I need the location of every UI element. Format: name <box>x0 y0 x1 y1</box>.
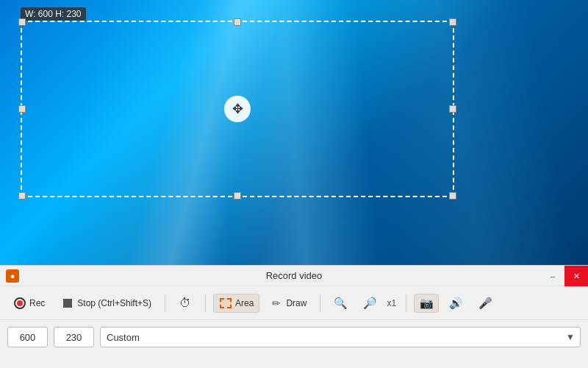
area-icon <box>219 297 232 310</box>
stop-label: Stop (Ctrl+Shift+S) <box>77 298 151 308</box>
rec-label: Rec <box>29 298 45 308</box>
window-title: Record video <box>266 270 323 281</box>
bottom-row: Custom Full Screen 1920x1080 1280x720 64… <box>0 320 588 354</box>
draw-icon: ✏ <box>270 297 283 310</box>
clock-icon: ⏱ <box>179 297 192 310</box>
zoom-in-icon: 🔍 <box>334 297 347 310</box>
dimension-label: W: 600 H: 230 <box>21 7 86 21</box>
preset-select-wrapper: Custom Full Screen 1920x1080 1280x720 64… <box>100 327 581 347</box>
draw-label: Draw <box>286 298 306 308</box>
rec-circle-icon <box>14 297 26 309</box>
minimize-button[interactable]: – <box>541 266 564 286</box>
bg-beam-right <box>344 0 574 265</box>
divider-3 <box>320 294 320 312</box>
preset-select[interactable]: Custom Full Screen 1920x1080 1280x720 64… <box>100 327 581 347</box>
timer-button[interactable]: ⏱ <box>173 294 198 313</box>
divider-2 <box>205 294 206 312</box>
area-rect-icon <box>220 298 232 308</box>
handle-bottom-left[interactable] <box>18 192 26 199</box>
camera-icon: 📷 <box>420 297 433 310</box>
zoom-out-icon: 🔎 <box>363 297 376 310</box>
rec-icon <box>13 297 26 310</box>
window-controls: – ✕ <box>541 266 588 286</box>
stop-button[interactable]: Stop (Ctrl+Shift+S) <box>55 294 157 313</box>
close-button[interactable]: ✕ <box>564 266 588 286</box>
title-bar: ● Record video – ✕ <box>0 266 588 286</box>
speaker-icon: 🔊 <box>449 297 462 310</box>
zoom-level-label: x1 <box>387 298 398 308</box>
stop-icon <box>61 297 74 310</box>
divider-4 <box>406 294 406 312</box>
zoom-in-button[interactable]: 🔍 <box>328 294 353 313</box>
rec-button[interactable]: Rec <box>7 294 51 313</box>
camera-button[interactable]: 📷 <box>414 294 439 313</box>
speaker-button[interactable]: 🔊 <box>443 294 468 313</box>
microphone-icon: 🎤 <box>478 297 492 310</box>
desktop-area: W: 600 H: 230 ✥ <box>0 0 588 265</box>
height-input[interactable] <box>54 327 94 347</box>
microphone-button[interactable]: 🎤 <box>473 294 498 313</box>
handle-middle-left[interactable] <box>18 105 26 113</box>
divider-1 <box>165 294 165 312</box>
stop-square-icon <box>63 299 72 308</box>
width-input[interactable] <box>7 327 48 347</box>
app-icon: ● <box>6 269 19 283</box>
area-button[interactable]: Area <box>213 294 259 313</box>
controls-row: Rec Stop (Ctrl+Shift+S) ⏱ Area ✏ <box>0 286 588 320</box>
area-label: Area <box>235 298 254 308</box>
zoom-out-button[interactable]: 🔎 <box>357 294 382 313</box>
draw-button[interactable]: ✏ Draw <box>264 294 312 313</box>
toolbar: ● Record video – ✕ Rec Stop (Ctrl+Shift+… <box>0 265 588 368</box>
